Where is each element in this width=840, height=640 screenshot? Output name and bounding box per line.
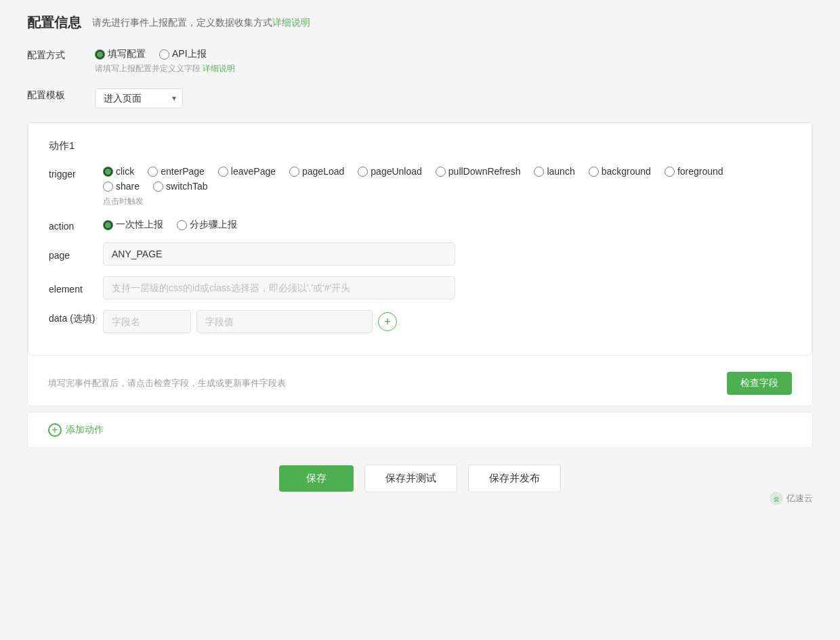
- page-input[interactable]: [103, 242, 455, 265]
- save-publish-button[interactable]: 保存并发布: [468, 465, 561, 492]
- config-method-hint: 请填写上报配置并定义义字段 详细说明: [95, 63, 813, 74]
- field-value-input[interactable]: [196, 310, 373, 333]
- trigger-label: trigger: [49, 166, 103, 179]
- config-method-label: 配置方式: [27, 48, 95, 62]
- trigger-foreground[interactable]: foreground: [665, 166, 723, 177]
- bottom-bar: 保存 保存并测试 保存并发布 云 亿速云: [27, 448, 813, 506]
- action-once[interactable]: 一次性上报: [103, 219, 163, 231]
- page-title: 配置信息: [27, 14, 81, 32]
- detail-link[interactable]: 详细说明: [272, 17, 310, 28]
- svg-text:云: 云: [774, 496, 779, 503]
- add-action-row[interactable]: + 添加动作: [27, 412, 813, 448]
- trigger-click[interactable]: click: [103, 166, 134, 177]
- save-test-button[interactable]: 保存并测试: [364, 465, 457, 492]
- trigger-background[interactable]: background: [589, 166, 651, 177]
- footer-hint-text: 填写完事件配置后，请点击检查字段，生成或更新事件字段表: [48, 377, 286, 389]
- config-template-label: 配置模板: [27, 88, 95, 102]
- trigger-share[interactable]: share: [103, 181, 140, 192]
- config-method-api[interactable]: API上报: [159, 48, 207, 60]
- check-fields-button[interactable]: 检查字段: [727, 372, 792, 395]
- trigger-pageload[interactable]: pageLoad: [289, 166, 344, 177]
- trigger-pulldownrefresh[interactable]: pullDownRefresh: [436, 166, 521, 177]
- footer-hint-row: 填写完事件配置后，请点击检查字段，生成或更新事件字段表 检查字段: [28, 361, 812, 406]
- element-field-label: element: [49, 281, 103, 295]
- action-field-label: action: [49, 218, 103, 232]
- hint-detail-link[interactable]: 详细说明: [203, 64, 235, 73]
- action-card: 动作1 trigger click enterPage: [28, 123, 812, 356]
- config-method-fill[interactable]: 填写配置: [95, 48, 146, 60]
- trigger-enterpage[interactable]: enterPage: [148, 166, 205, 177]
- trigger-hint: 点击时触发: [103, 196, 791, 207]
- trigger-launch[interactable]: launch: [534, 166, 574, 177]
- action-step[interactable]: 分步骤上报: [177, 219, 237, 231]
- save-button[interactable]: 保存: [279, 465, 354, 492]
- logo-icon: 云: [769, 491, 784, 506]
- trigger-switchtab[interactable]: switchTab: [153, 181, 207, 192]
- trigger-leavepage[interactable]: leavePage: [218, 166, 276, 177]
- config-template-select[interactable]: 进入页面: [95, 88, 183, 108]
- page-field-label: page: [49, 247, 103, 261]
- config-template-select-wrapper: 进入页面 ▾: [95, 88, 183, 108]
- field-name-input[interactable]: [103, 310, 191, 333]
- logo-text: 亿速云: [786, 492, 813, 505]
- action-title: 动作1: [49, 140, 791, 152]
- data-field-label: data (选填): [49, 310, 103, 325]
- trigger-pageunload[interactable]: pageUnload: [358, 166, 422, 177]
- logo-area: 云 亿速云: [769, 491, 813, 506]
- add-action-icon: +: [48, 423, 62, 437]
- page-description: 请先进行事件上报配置，定义数据收集方式详细说明: [92, 17, 310, 29]
- add-field-button[interactable]: +: [378, 312, 397, 331]
- element-input[interactable]: [103, 276, 455, 299]
- add-action-label: 添加动作: [66, 424, 104, 436]
